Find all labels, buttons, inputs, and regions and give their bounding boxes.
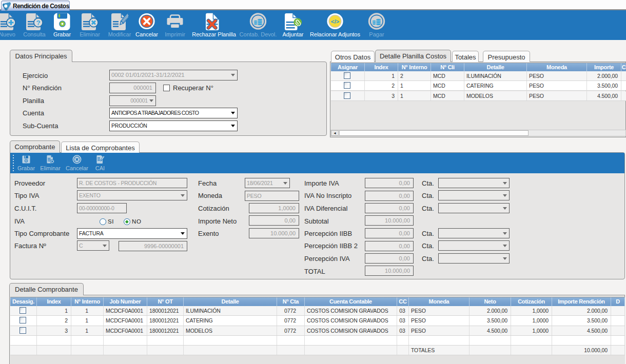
svg-text:</>: </>	[331, 18, 340, 25]
